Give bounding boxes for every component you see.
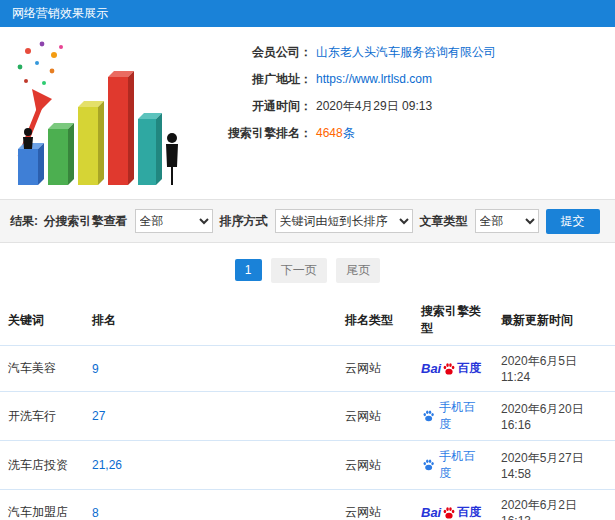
sort-filter-label: 排序方式 — [220, 213, 268, 230]
rank-count-unit: 条 — [343, 126, 355, 140]
article-type-label: 文章类型 — [420, 213, 468, 230]
bar-chart-illustration — [6, 35, 188, 187]
updated-cell: 2020年5月27日 14:58 — [493, 441, 615, 490]
rank-type-cell: 云网站 — [337, 490, 413, 520]
rank-cell: 8 — [84, 490, 337, 520]
info-panel: 会员公司： 山东老人头汽车服务咨询有限公司 推广地址： https://www.… — [0, 27, 615, 193]
company-label: 会员公司： — [194, 39, 312, 66]
rank-count-value: 4648 — [316, 126, 343, 140]
header-rank-type: 排名类型 — [337, 295, 413, 346]
sort-select[interactable]: 关键词由短到长排序 — [275, 209, 413, 233]
promo-url-link[interactable]: https://www.lrtlsd.com — [316, 66, 432, 93]
open-time-value: 2020年4月29日 09:13 — [316, 93, 432, 120]
article-type-select[interactable]: 全部 — [475, 209, 539, 233]
mobile-baidu-logo: 手机百度 — [421, 399, 485, 433]
rank-count-label: 搜索引擎排名： — [194, 120, 312, 147]
table-row: 汽车美容 9 云网站 Bai百度 2020年6月5日 11:24 — [0, 346, 615, 392]
header-rank: 排名 — [84, 295, 337, 346]
engine-cell: Bai百度 — [413, 490, 493, 520]
engine-filter-select[interactable]: 全部 — [135, 209, 213, 233]
rank-cell: 9 — [84, 346, 337, 392]
filter-bar: 结果: 分搜索引擎查看 全部 排序方式 关键词由短到长排序 文章类型 全部 提交 — [0, 199, 615, 243]
table-row: 洗车店投资 21,26 云网站 手机百度 2020年5月27日 14:58 — [0, 441, 615, 490]
submit-button[interactable]: 提交 — [546, 209, 600, 234]
keyword-cell: 汽车加盟店 — [0, 490, 84, 520]
engine-cell: 手机百度 — [413, 392, 493, 441]
company-info: 会员公司： 山东老人头汽车服务咨询有限公司 推广地址： https://www.… — [194, 35, 496, 187]
page-current[interactable]: 1 — [235, 259, 262, 281]
page-next-button[interactable]: 下一页 — [271, 258, 327, 283]
updated-cell: 2020年6月5日 11:24 — [493, 346, 615, 392]
table-row: 开洗车行 27 云网站 手机百度 2020年6月20日 16:16 — [0, 392, 615, 441]
rank-type-cell: 云网站 — [337, 441, 413, 490]
rank-type-cell: 云网站 — [337, 346, 413, 392]
rank-type-cell: 云网站 — [337, 392, 413, 441]
baidu-paw-icon — [442, 362, 456, 376]
rank-cell: 27 — [84, 392, 337, 441]
table-header-row: 关键词 排名 排名类型 搜索引擎类型 最新更新时间 — [0, 295, 615, 346]
header-engine-type: 搜索引擎类型 — [413, 295, 493, 346]
keyword-cell: 汽车美容 — [0, 346, 84, 392]
header-keyword: 关键词 — [0, 295, 84, 346]
engine-cell: 手机百度 — [413, 441, 493, 490]
baidu-logo: Bai百度 — [421, 360, 481, 377]
updated-cell: 2020年6月2日 16:13 — [493, 490, 615, 520]
header-updated: 最新更新时间 — [493, 295, 615, 346]
mobile-baidu-paw-icon — [422, 409, 435, 423]
baidu-paw-icon — [442, 506, 456, 520]
page-last-button[interactable]: 尾页 — [336, 258, 380, 283]
company-link[interactable]: 山东老人头汽车服务咨询有限公司 — [316, 39, 496, 66]
page-title: 网络营销效果展示 — [0, 0, 615, 27]
engine-cell: Bai百度 — [413, 346, 493, 392]
keyword-cell: 开洗车行 — [0, 392, 84, 441]
mobile-baidu-logo: 手机百度 — [421, 448, 485, 482]
engine-filter-label: 分搜索引擎查看 — [44, 213, 128, 230]
updated-cell: 2020年6月20日 16:16 — [493, 392, 615, 441]
table-row: 汽车加盟店 8 云网站 Bai百度 2020年6月2日 16:13 — [0, 490, 615, 520]
open-time-label: 开通时间： — [194, 93, 312, 120]
pagination: 1 下一页 尾页 — [0, 243, 615, 295]
url-label: 推广地址： — [194, 66, 312, 93]
ranking-table: 关键词 排名 排名类型 搜索引擎类型 最新更新时间 汽车美容 9 云网站 Bai… — [0, 295, 615, 520]
rank-cell: 21,26 — [84, 441, 337, 490]
mobile-baidu-paw-icon — [422, 458, 435, 472]
baidu-logo: Bai百度 — [421, 504, 481, 520]
keyword-cell: 洗车店投资 — [0, 441, 84, 490]
result-label: 结果: — [10, 213, 38, 230]
